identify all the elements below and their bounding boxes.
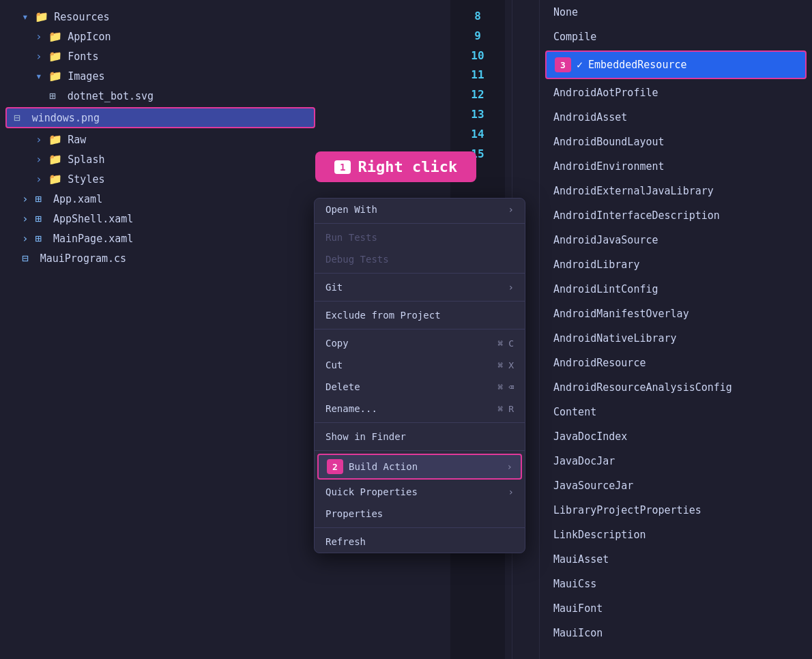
dropdown-mauicss-label: MauiCss [553, 578, 596, 590]
line-11: 11 [471, 65, 484, 85]
dropdown-item-androidboundlayout[interactable]: AndroidBoundLayout [540, 130, 812, 154]
tree-item-dotnet-bot[interactable]: ⊞ dotnet_bot.svg [0, 86, 321, 106]
dropdown-item-androidnativelibrary[interactable]: AndroidNativeLibrary [540, 326, 812, 351]
menu-quick-props-label: Quick Properties [325, 486, 418, 497]
folder-icon-fonts: › 📁 [35, 50, 62, 63]
sep-6 [315, 450, 525, 451]
dropdown-androidasset-label: AndroidAsset [553, 111, 627, 123]
dropdown-content-label: Content [553, 406, 596, 418]
tree-item-app-xaml[interactable]: › ⊞ App.xaml [0, 189, 321, 209]
menu-run-tests[interactable]: Run Tests [315, 226, 525, 248]
dropdown-item-androidasset[interactable]: AndroidAsset [540, 105, 812, 130]
menu-git[interactable]: Git › [315, 276, 525, 298]
dropdown-item-none[interactable]: None [540, 0, 812, 25]
arrow-icon-build-action: › [507, 461, 512, 472]
menu-show-finder-label: Show in Finder [325, 431, 406, 442]
folder-icon-images: ▾ 📁 [35, 70, 62, 83]
file-icon-windows-png: ⊟ [14, 111, 20, 124]
sep-1 [315, 223, 525, 224]
dropdown-item-androidjavasource[interactable]: AndroidJavaSource [540, 228, 812, 252]
tree-item-styles[interactable]: › 📁 Styles [0, 169, 321, 189]
dropdown-item-mauiasset[interactable]: MauiAsset [540, 547, 812, 572]
folder-expand-icon: ▾ 📁 [22, 10, 48, 23]
dropdown-item-androidaotprofile[interactable]: AndroidAotProfile [540, 80, 812, 105]
menu-cut[interactable]: Cut ⌘ X [315, 354, 525, 376]
tree-item-resources[interactable]: ▾ 📁 Resources [0, 7, 321, 27]
dropdown-item-javadocjar[interactable]: JavaDocJar [540, 449, 812, 473]
dropdown-item-javasourcejar[interactable]: JavaSourceJar [540, 473, 812, 498]
step-2-badge: 2 [327, 459, 343, 474]
dropdown-item-androidmanifestoverlay[interactable]: AndroidManifestOverlay [540, 302, 812, 326]
dropdown-androidnativelibrary-label: AndroidNativeLibrary [553, 332, 677, 345]
dropdown-javasourcejar-label: JavaSourceJar [553, 480, 633, 492]
arrow-icon-quick-props: › [508, 486, 514, 497]
dropdown-item-androidresource[interactable]: AndroidResource [540, 351, 812, 375]
menu-copy[interactable]: Copy ⌘ C [315, 332, 525, 354]
dropdown-androidmanifestoverlay-label: AndroidManifestOverlay [553, 308, 689, 320]
dropdown-item-androidinterfacedescription[interactable]: AndroidInterfaceDescription [540, 203, 812, 228]
dropdown-item-mauiicon[interactable]: MauiIcon [540, 621, 812, 645]
menu-exclude-from-project[interactable]: Exclude from Project [315, 304, 525, 326]
dropdown-item-androidexternaljavalibrary[interactable]: AndroidExternalJavaLibrary [540, 179, 812, 203]
sep-7 [315, 527, 525, 528]
menu-properties[interactable]: Properties [315, 503, 525, 525]
tree-item-windows-png[interactable]: ⊟ windows.png [5, 107, 315, 128]
file-icon-dotnet-bot: ⊞ [49, 89, 56, 102]
dropdown-none-label: None [553, 6, 578, 18]
menu-open-with-label: Open With [325, 204, 377, 215]
dropdown-androidjavasource-label: AndroidJavaSource [553, 234, 658, 246]
step-3-badge: 3 [555, 57, 571, 72]
tree-item-images[interactable]: ▾ 📁 Images [0, 66, 321, 86]
menu-build-action[interactable]: 2 Build Action › [317, 454, 522, 480]
folder-icon-appicon: › 📁 [35, 30, 62, 43]
tree-item-appicon[interactable]: › 📁 AppIcon [0, 27, 321, 46]
tree-item-mauiprogram-cs[interactable]: ⊟ MauiProgram.cs [0, 248, 321, 268]
dropdown-item-androidlibrary[interactable]: AndroidLibrary [540, 252, 812, 277]
tree-item-appshell-xaml[interactable]: › ⊞ AppShell.xaml [0, 209, 321, 229]
shortcut-rename: ⌘ R [498, 404, 514, 414]
tree-item-splash[interactable]: › 📁 Splash [0, 149, 321, 169]
dropdown-item-mauifont[interactable]: MauiFont [540, 596, 812, 621]
dropdown-item-libraryprojectproperties[interactable]: LibraryProjectProperties [540, 498, 812, 523]
menu-open-with[interactable]: Open With › [315, 199, 525, 220]
menu-debug-tests[interactable]: Debug Tests [315, 248, 525, 270]
dropdown-androidresourceanalysisconfig-label: AndroidResourceAnalysisConfig [553, 381, 732, 394]
sep-2 [315, 273, 525, 274]
menu-refresh-label: Refresh [325, 536, 366, 547]
menu-properties-label: Properties [325, 508, 383, 519]
build-action-dropdown: None Compile 3 ✓ EmbeddedResource Androi… [539, 0, 812, 659]
line-14: 14 [471, 125, 484, 145]
dropdown-item-embeddedresource[interactable]: 3 ✓ EmbeddedResource [545, 50, 807, 79]
menu-rename[interactable]: Rename... ⌘ R [315, 398, 525, 420]
dropdown-item-mauicss[interactable]: MauiCss [540, 572, 812, 596]
dropdown-mauifont-label: MauiFont [553, 602, 603, 615]
menu-delete[interactable]: Delete ⌘ ⌫ [315, 376, 525, 398]
dropdown-item-compile[interactable]: Compile [540, 25, 812, 49]
dropdown-androidboundlayout-label: AndroidBoundLayout [553, 136, 665, 148]
dropdown-mauiasset-label: MauiAsset [553, 553, 609, 566]
dropdown-item-androidresourceanalysisconfig[interactable]: AndroidResourceAnalysisConfig [540, 375, 812, 400]
right-click-label: Right click [358, 158, 457, 175]
menu-delete-label: Delete [325, 381, 360, 392]
sep-5 [315, 422, 525, 423]
menu-show-in-finder[interactable]: Show in Finder [315, 426, 525, 448]
folder-icon-styles: › 📁 [35, 173, 62, 186]
dropdown-androidexternaljavalibrary-label: AndroidExternalJavaLibrary [553, 185, 714, 197]
dropdown-javadocjar-label: JavaDocJar [553, 455, 615, 467]
dropdown-item-androidenvironment[interactable]: AndroidEnvironment [540, 154, 812, 179]
tree-item-raw[interactable]: › 📁 Raw [0, 130, 321, 149]
menu-refresh[interactable]: Refresh [315, 531, 525, 553]
menu-copy-label: Copy [325, 338, 349, 349]
tree-item-mainpage-xaml[interactable]: › ⊞ MainPage.xaml [0, 229, 321, 248]
tree-item-fonts[interactable]: › 📁 Fonts [0, 46, 321, 66]
menu-rename-label: Rename... [325, 403, 377, 414]
dropdown-item-androidlintconfig[interactable]: AndroidLintConfig [540, 277, 812, 302]
line-10: 10 [471, 46, 484, 66]
menu-quick-properties[interactable]: Quick Properties › [315, 481, 525, 503]
dropdown-androidlibrary-label: AndroidLibrary [553, 259, 639, 271]
dropdown-javadocindex-label: JavaDocIndex [553, 430, 627, 443]
dropdown-item-javadocindex[interactable]: JavaDocIndex [540, 424, 812, 449]
dropdown-item-linkdescription[interactable]: LinkDescription [540, 523, 812, 547]
menu-debug-tests-label: Debug Tests [325, 254, 389, 265]
dropdown-item-content[interactable]: Content [540, 400, 812, 424]
